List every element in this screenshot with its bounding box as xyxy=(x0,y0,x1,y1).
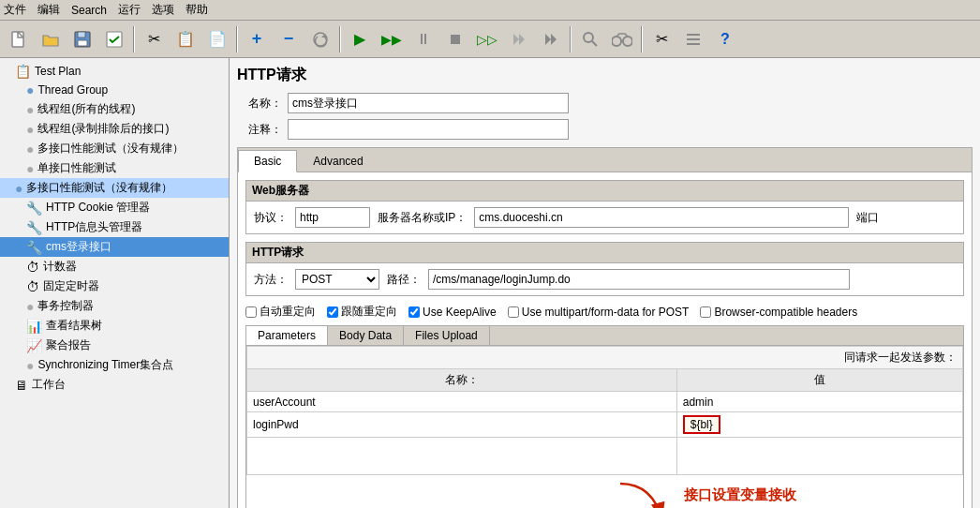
toolbar-scissors[interactable]: ✂ xyxy=(646,24,676,54)
tab-basic[interactable]: Basic xyxy=(238,150,297,172)
http-cookie-icon: 🔧 xyxy=(26,201,42,216)
menu-search[interactable]: Search xyxy=(71,4,107,17)
params-col-header-row: 名称： 值 xyxy=(247,369,963,392)
port-label: 端口 xyxy=(856,210,879,226)
sidebar-label-http-header: HTTP信息头管理器 xyxy=(46,219,142,235)
toolbar-remove[interactable]: − xyxy=(274,24,304,54)
workbench-icon: 🖥 xyxy=(15,378,28,393)
toolbar-stop-all[interactable]: ⏹ xyxy=(440,24,470,54)
sidebar-item-workbench[interactable]: 🖥 工作台 xyxy=(0,375,229,395)
toolbar-binoculars-icon[interactable] xyxy=(607,24,637,54)
toolbar-list[interactable] xyxy=(678,24,708,54)
sidebar-item-agg-report[interactable]: 📈 聚合报告 xyxy=(0,336,229,355)
svg-point-13 xyxy=(612,37,621,46)
toolbar-help[interactable]: ? xyxy=(710,24,740,54)
toolbar-open[interactable] xyxy=(36,24,66,54)
menu-run[interactable]: 运行 xyxy=(118,2,141,18)
multipart-input[interactable] xyxy=(508,306,519,318)
sidebar-label-fixed-timer: 固定定时器 xyxy=(43,278,99,294)
view-results-icon: 📊 xyxy=(26,319,42,334)
auto-redirect-checkbox[interactable]: 自动重定向 xyxy=(245,304,316,320)
toolbar-new[interactable] xyxy=(4,24,34,54)
sidebar-item-multi-perf-no-rule[interactable]: ● 多接口性能测试（没有规律） xyxy=(0,139,229,158)
protocol-input[interactable] xyxy=(295,207,370,228)
sidebar-label-single-perf: 单接口性能测试 xyxy=(37,160,116,176)
multi-perf-no-rule-icon: ● xyxy=(26,142,34,157)
toolbar-run-all[interactable]: ▶▶ xyxy=(377,24,407,54)
http-request-section: HTTP请求 方法： POST GET PUT DELETE 路径： xyxy=(245,242,964,296)
comment-row: 注释： xyxy=(237,119,973,140)
sidebar-item-fixed-timer[interactable]: ⏱ 固定定时器 xyxy=(0,276,229,296)
browser-compat-input[interactable] xyxy=(700,306,711,318)
menu-file[interactable]: 文件 xyxy=(4,2,26,18)
server-input[interactable] xyxy=(474,207,849,228)
toolbar-remote-stop[interactable] xyxy=(536,24,566,54)
name-input[interactable] xyxy=(288,93,569,113)
all-thread-icon: ● xyxy=(26,102,34,117)
method-select[interactable]: POST GET PUT DELETE xyxy=(295,269,379,290)
toolbar-remote-run[interactable] xyxy=(504,24,534,54)
follow-redirect-checkbox[interactable]: 跟随重定向 xyxy=(327,304,397,320)
keepalive-checkbox[interactable]: Use KeepAlive xyxy=(408,306,497,319)
browser-compat-checkbox[interactable]: Browser-compatible headers xyxy=(700,306,857,319)
row2-value[interactable]: ${bl} xyxy=(676,412,962,438)
menu-edit[interactable]: 编辑 xyxy=(37,2,60,18)
row1-name[interactable]: userAccount xyxy=(247,392,677,412)
svg-rect-17 xyxy=(687,38,700,40)
toolbar-copy[interactable]: 📋 xyxy=(171,24,200,54)
http-request-header: HTTP请求 xyxy=(246,243,963,263)
highlighted-value: ${bl} xyxy=(683,415,720,434)
toolbar-cut[interactable]: ✂ xyxy=(139,24,169,54)
sidebar-item-all-thread[interactable]: ● 线程组(所有的线程) xyxy=(0,99,229,119)
toolbar-start-remote[interactable]: ▷▷ xyxy=(472,24,502,54)
sidebar-label-http-cookie: HTTP Cookie 管理器 xyxy=(46,200,150,216)
http-header-icon: 🔧 xyxy=(26,220,42,235)
toolbar-sep5 xyxy=(641,26,643,52)
toolbar-add[interactable]: + xyxy=(242,24,272,54)
comment-input[interactable] xyxy=(288,119,569,140)
sidebar-item-view-results[interactable]: 📊 查看结果树 xyxy=(0,316,229,336)
toolbar-sep4 xyxy=(570,26,572,52)
sidebar-item-http-header[interactable]: 🔧 HTTP信息头管理器 xyxy=(0,217,229,237)
http-request-form: 方法： POST GET PUT DELETE 路径： xyxy=(254,269,956,290)
toolbar-save[interactable] xyxy=(67,24,97,54)
sidebar-item-thread-group[interactable]: ● Thread Group xyxy=(0,81,229,99)
toolbar-validate[interactable] xyxy=(99,24,129,54)
row1-value[interactable]: admin xyxy=(676,392,962,412)
sidebar-item-transaction[interactable]: ● 事务控制器 xyxy=(0,296,229,316)
toolbar-stop[interactable]: ⏸ xyxy=(408,24,438,54)
sidebar-item-record-thread[interactable]: ● 线程组(录制排除后的接口) xyxy=(0,119,229,139)
inner-tab-body-data[interactable]: Body Data xyxy=(328,326,404,345)
inner-tab-files-upload[interactable]: Files Upload xyxy=(404,326,490,345)
toolbar-paste[interactable]: 📄 xyxy=(202,24,232,54)
inner-tab-parameters[interactable]: Parameters xyxy=(246,326,328,345)
auto-redirect-input[interactable] xyxy=(245,306,257,318)
tab-advanced[interactable]: Advanced xyxy=(297,150,379,172)
menu-options[interactable]: 选项 xyxy=(152,2,174,18)
follow-redirect-input[interactable] xyxy=(327,306,338,318)
web-server-header: Web服务器 xyxy=(246,181,963,202)
sidebar-label-agg-report: 聚合报告 xyxy=(46,337,91,353)
path-input[interactable] xyxy=(428,269,850,290)
sidebar-item-http-cookie[interactable]: 🔧 HTTP Cookie 管理器 xyxy=(0,198,229,217)
toolbar-clear[interactable] xyxy=(305,24,335,54)
toolbar-search-icon[interactable] xyxy=(575,24,605,54)
params-send-header-row: 同请求一起发送参数： xyxy=(247,347,963,369)
sidebar-item-counter[interactable]: ⏱ 计数器 xyxy=(0,257,229,276)
send-label: 同请求一起发送参数： xyxy=(844,351,957,364)
sidebar-label-test-plan: Test Plan xyxy=(35,65,81,78)
row2-name[interactable]: loginPwd xyxy=(247,412,677,438)
keepalive-input[interactable] xyxy=(408,306,420,318)
svg-marker-9 xyxy=(545,34,551,45)
sidebar-item-multi-perf[interactable]: ● 多接口性能测试（没有规律） xyxy=(0,178,229,198)
main-tabs-content: Web服务器 协议： 服务器名称或IP： 端口 HTTP请求 xyxy=(238,172,972,508)
main-layout: 📋 Test Plan ● Thread Group ● 线程组(所有的线程) … xyxy=(0,58,980,508)
toolbar-run[interactable]: ▶ xyxy=(345,24,375,54)
sidebar-item-sync-timer[interactable]: ● Synchronizing Timer集合点 xyxy=(0,355,229,375)
multipart-checkbox[interactable]: Use multipart/form-data for POST xyxy=(508,306,690,319)
sidebar-item-cms-login[interactable]: 🔧 cms登录接口 xyxy=(0,237,229,257)
thread-group-icon: ● xyxy=(26,82,34,97)
sidebar-item-test-plan[interactable]: 📋 Test Plan xyxy=(0,62,229,81)
menu-help[interactable]: 帮助 xyxy=(186,2,208,18)
sidebar-item-single-perf[interactable]: ● 单接口性能测试 xyxy=(0,158,229,178)
